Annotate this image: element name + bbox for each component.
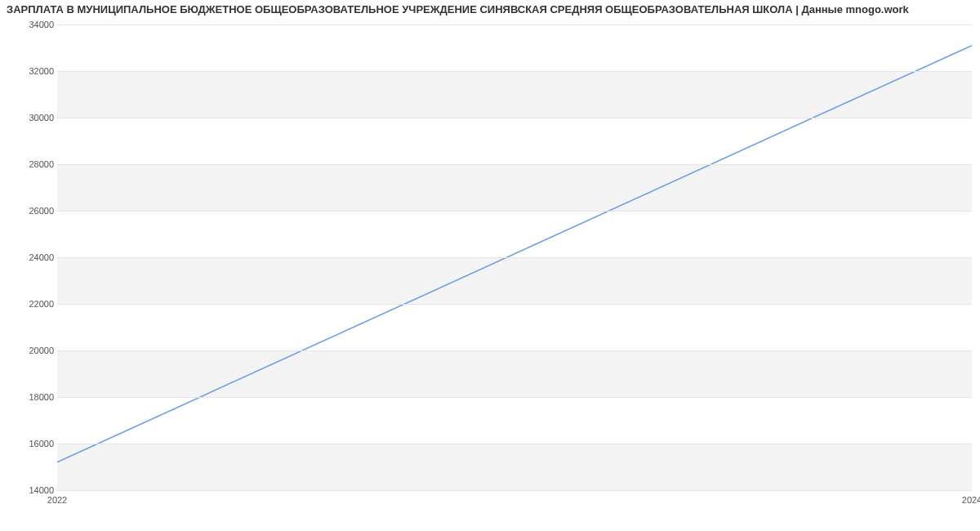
gridline bbox=[57, 257, 972, 258]
gridline bbox=[57, 304, 972, 305]
y-tick-label: 30000 bbox=[5, 113, 54, 123]
gridline bbox=[57, 164, 972, 165]
gridline bbox=[57, 118, 972, 118]
y-tick-label: 28000 bbox=[5, 159, 54, 169]
y-tick-label: 22000 bbox=[5, 299, 54, 309]
y-tick-label: 18000 bbox=[5, 392, 54, 402]
gridline bbox=[57, 350, 972, 351]
y-tick-label: 20000 bbox=[5, 346, 54, 355]
gridline bbox=[57, 25, 972, 25]
gridline bbox=[57, 71, 972, 72]
chart-container: ЗАРПЛАТА В МУНИЦИПАЛЬНОЕ БЮДЖЕТНОЕ ОБЩЕО… bbox=[0, 0, 980, 531]
y-tick-label: 26000 bbox=[5, 206, 54, 216]
y-tick-label: 32000 bbox=[5, 66, 54, 76]
y-tick-label: 16000 bbox=[5, 439, 54, 448]
y-tick-label: 24000 bbox=[5, 252, 54, 262]
x-tick-label: 2024 bbox=[962, 495, 980, 505]
x-tick-label: 2022 bbox=[47, 495, 67, 505]
gridline bbox=[57, 490, 972, 491]
chart-title: ЗАРПЛАТА В МУНИЦИПАЛЬНОЕ БЮДЖЕТНОЕ ОБЩЕО… bbox=[7, 3, 980, 16]
gridline bbox=[57, 397, 972, 398]
gridline bbox=[57, 211, 972, 212]
y-tick-label: 34000 bbox=[5, 20, 54, 29]
gridline bbox=[57, 444, 972, 444]
plot-area bbox=[57, 25, 972, 491]
y-tick-label: 14000 bbox=[5, 485, 54, 495]
